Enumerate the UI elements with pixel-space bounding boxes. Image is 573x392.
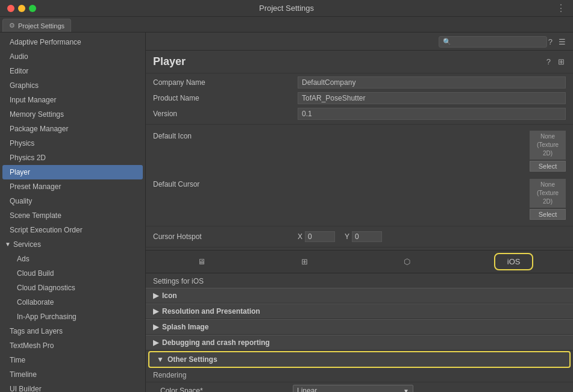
sidebar-item-player[interactable]: Player [2,165,143,179]
default-icon-area: Default Icon None (Texture 2D) Select [146,127,573,175]
help-icon[interactable]: ? [547,36,554,48]
sidebar-item-tags-and-layers[interactable]: Tags and Layers [0,324,145,338]
tab-label: Project Settings [18,22,64,30]
sidebar-item-preset-manager[interactable]: Preset Manager [0,179,145,194]
sidebar-item-timeline[interactable]: Timeline [0,367,145,382]
services-label: Services [13,239,41,250]
cursor-hotspot-label: Cursor Hotspot [153,232,298,241]
version-row: Version 0.1 [146,106,573,122]
sidebar-group-services[interactable]: ▼ Services [0,237,145,252]
default-cursor-texture: None (Texture 2D) [530,179,566,208]
window-controls[interactable] [7,5,36,12]
rendering-header: Rendering [146,369,573,382]
section-splash-label: Splash Image [162,323,208,331]
sidebar-item-time[interactable]: Time [0,353,145,367]
section-icon-arrow: ▶ [153,291,158,300]
title-bar: Project Settings ⋮ [0,0,573,17]
platform-tab-desktop[interactable]: 🖥 [186,254,218,269]
sidebar-item-script-execution-order[interactable]: Script Execution Order [0,223,145,237]
sidebar-item-graphics[interactable]: Graphics [0,78,145,93]
section-splash[interactable]: ▶ Splash Image [146,319,573,335]
default-cursor-select-button[interactable]: Select [530,209,566,220]
hotspot-xy: X Y [298,231,382,242]
x-input[interactable] [305,231,335,242]
sidebar-item-collaborate[interactable]: Collaborate [0,295,145,310]
content-area: 🔍 ? ☰ Player ? ⊞ Company Name DefaultCom… [146,33,573,392]
tab-bar: ⚙ Project Settings [0,17,573,33]
color-space-value: Linear ▼ [293,385,566,392]
android-tv-icon: ⊞ [301,257,308,266]
default-icon-texture: None (Texture 2D) [530,131,566,160]
sidebar-item-input-manager[interactable]: Input Manager [0,93,145,107]
content-header: 🔍 ? ☰ [146,33,573,51]
sidebar-item-ui-builder[interactable]: UI Builder [0,382,145,392]
sidebar-item-scene-template[interactable]: Scene Template [0,208,145,223]
maximize-button[interactable] [29,5,36,12]
default-cursor-area: Default Cursor None (Texture 2D) Select [146,175,573,223]
ios-label: iOS [507,257,521,266]
platform-tabs: 🖥 ⊞ ⬡ iOS [146,250,573,273]
sidebar-item-physics-2d[interactable]: Physics 2D [0,151,145,165]
platform-tab-ios[interactable]: iOS [494,253,534,270]
section-other-label: Other Settings [168,355,218,364]
section-debugging[interactable]: ▶ Debugging and crash reporting [146,335,573,350]
layout-icon[interactable]: ☰ [557,36,567,48]
product-name-row: Product Name TofAR_PoseShutter [146,90,573,106]
help-button[interactable]: ? [545,56,552,67]
sidebar-item-textmesh-pro[interactable]: TextMesh Pro [0,338,145,353]
default-icon-select-button[interactable]: Select [530,161,566,172]
search-bar: 🔍 [439,36,547,48]
platform-tab-android[interactable]: ⬡ [392,254,422,269]
company-name-value[interactable]: DefaultCompany [298,76,566,89]
section-splash-arrow: ▶ [153,323,158,331]
section-resolution[interactable]: ▶ Resolution and Presentation [146,303,573,319]
color-space-dropdown[interactable]: Linear ▼ [293,385,413,392]
sidebar-item-package-manager[interactable]: Package Manager [0,122,145,136]
minimize-button[interactable] [18,5,25,12]
options-button[interactable]: ⊞ [557,56,566,67]
company-name-label: Company Name [153,78,298,87]
sidebar-item-cloud-build[interactable]: Cloud Build [0,266,145,281]
section-debugging-arrow: ▶ [153,338,158,347]
dropdown-arrow-icon: ▼ [403,388,409,393]
section-icon[interactable]: ▶ Icon [146,288,573,303]
default-cursor-label: Default Cursor [153,179,298,188]
sidebar-item-ads[interactable]: Ads [0,252,145,266]
gear-icon: ⚙ [9,22,15,30]
project-settings-tab[interactable]: ⚙ Project Settings [2,19,71,32]
android-icon: ⬡ [404,257,410,266]
expand-icon: ▼ [5,239,11,250]
company-name-row: Company Name DefaultCompany [146,75,573,90]
section-other-settings[interactable]: ▼ Other Settings [148,351,571,368]
player-heading: Player ? ⊞ [146,51,573,72]
title-bar-menu[interactable]: ⋮ [556,2,566,14]
color-space-label: Color Space* [160,387,293,392]
default-icon-label: Default Icon [153,131,298,140]
sidebar-item-adaptive-performance[interactable]: Adaptive Performance [0,35,145,49]
search-icon: 🔍 [443,38,451,46]
sidebar: Adaptive Performance Audio Editor Graphi… [0,33,146,392]
sidebar-item-audio[interactable]: Audio [0,49,145,64]
product-name-label: Product Name [153,94,298,102]
x-field: X [298,231,335,242]
platform-tab-android-tv[interactable]: ⊞ [289,254,320,269]
section-debugging-label: Debugging and crash reporting [162,338,270,347]
section-resolution-label: Resolution and Presentation [162,307,260,316]
y-label: Y [345,232,349,241]
desktop-icon: 🖥 [198,257,205,266]
heading-icons: ? ⊞ [545,56,566,67]
version-value[interactable]: 0.1 [298,108,566,120]
sidebar-item-editor[interactable]: Editor [0,64,145,78]
sidebar-item-quality[interactable]: Quality [0,194,145,208]
y-input[interactable] [352,231,382,242]
close-button[interactable] [7,5,14,12]
product-name-value[interactable]: TofAR_PoseShutter [298,92,566,104]
version-label: Version [153,110,298,118]
y-field: Y [345,231,382,242]
sidebar-item-physics[interactable]: Physics [0,136,145,151]
sidebar-item-cloud-diagnostics[interactable]: Cloud Diagnostics [0,281,145,295]
header-icons: ? ☰ [547,36,567,48]
sidebar-item-in-app-purchasing[interactable]: In-App Purchasing [0,310,145,324]
color-space-row: Color Space* Linear ▼ [146,382,573,392]
sidebar-item-memory-settings[interactable]: Memory Settings [0,107,145,122]
